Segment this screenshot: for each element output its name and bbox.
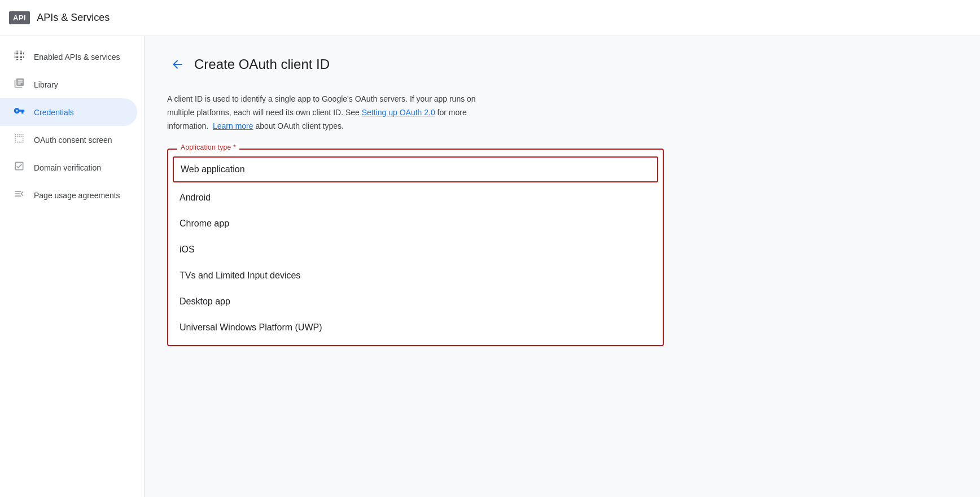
sidebar-label-library: Library [34,80,58,89]
desc-text-1: A client ID is used to identify a single… [167,94,476,103]
description-block: A client ID is used to identify a single… [167,93,664,133]
dropdown-options-list: Web application Android Chrome app iOS T… [168,150,663,345]
option-uwp-label: Universal Windows Platform (UWP) [180,322,322,333]
desc-text-5: about OAuth client types. [255,121,343,130]
consent-icon [14,133,25,147]
learn-more-link[interactable]: Learn more [213,121,253,130]
header-app-name: APIs & Services [37,12,110,24]
sidebar-item-oauth-consent[interactable]: OAuth consent screen [0,126,137,154]
sidebar: Enabled APIs & services Library Credenti… [0,36,145,497]
key-icon [14,105,25,119]
sidebar-label-domain-verification: Domain verification [34,163,101,172]
option-web-application[interactable]: Web application [173,156,658,182]
sidebar-label-oauth-consent: OAuth consent screen [34,136,112,145]
sidebar-label-page-usage: Page usage agreements [34,191,120,200]
sidebar-item-domain-verification[interactable]: Domain verification [0,154,137,181]
option-chrome-app[interactable]: Chrome app [168,211,663,237]
option-android-label: Android [180,193,211,203]
option-web-app-label: Web application [181,164,245,175]
sidebar-item-page-usage[interactable]: Page usage agreements [0,181,137,209]
option-ios-label: iOS [180,245,195,255]
option-android[interactable]: Android [168,185,663,211]
back-button[interactable] [167,54,187,75]
desc-text-2: multiple platforms, each will need its o… [167,108,360,117]
main-content: Create OAuth client ID A client ID is us… [145,36,980,497]
option-tvs-label: TVs and Limited Input devices [180,271,300,281]
layout: Enabled APIs & services Library Credenti… [0,36,980,497]
apps-icon [14,50,25,64]
sidebar-item-credentials[interactable]: Credentials [0,98,137,126]
page-title: Create OAuth client ID [194,56,330,72]
desc-text-3: for more [438,108,467,117]
page-header: Create OAuth client ID [167,54,957,75]
setup-oauth-link[interactable]: Setting up OAuth 2.0 [362,108,435,117]
top-header: API APIs & Services [0,0,980,36]
sidebar-item-library[interactable]: Library [0,71,137,98]
desc-text-4: information. [167,121,208,130]
dropdown-label: Application type * [177,143,239,151]
option-tvs[interactable]: TVs and Limited Input devices [168,263,663,289]
option-uwp[interactable]: Universal Windows Platform (UWP) [168,315,663,341]
api-logo-box: API [9,11,30,24]
option-desktop-app[interactable]: Desktop app [168,289,663,315]
sidebar-item-enabled-apis[interactable]: Enabled APIs & services [0,43,137,71]
application-type-dropdown[interactable]: Application type * Web application Andro… [167,149,664,346]
api-logo: API APIs & Services [9,11,110,24]
sidebar-label-credentials: Credentials [34,108,74,117]
page-usage-icon [14,188,25,202]
sidebar-label-enabled-apis: Enabled APIs & services [34,53,120,62]
option-chrome-app-label: Chrome app [180,219,229,229]
option-ios[interactable]: iOS [168,237,663,263]
option-desktop-label: Desktop app [180,297,230,307]
library-icon [14,77,25,91]
domain-verify-icon [14,160,25,175]
